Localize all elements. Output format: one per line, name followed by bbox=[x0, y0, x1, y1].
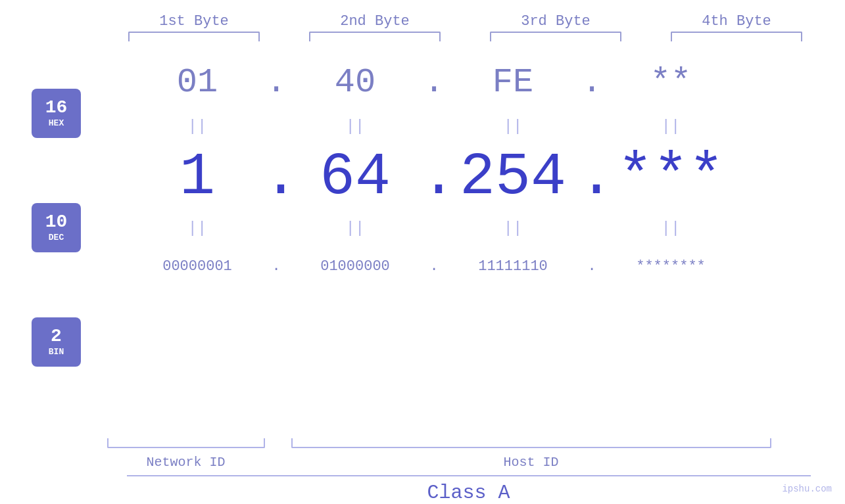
bin-byte1: 00000001 bbox=[132, 258, 263, 275]
bracket-byte2 bbox=[309, 32, 441, 41]
main-container: 1st Byte 2nd Byte 3rd Byte 4th Byte 16 H… bbox=[0, 0, 845, 504]
hex-badge-num: 16 bbox=[45, 98, 68, 118]
equals1-b3: || bbox=[447, 118, 579, 135]
dec-badge-label: DEC bbox=[49, 233, 64, 242]
hex-dot1: . bbox=[263, 63, 289, 102]
class-bracket-line bbox=[127, 475, 811, 476]
host-id-bracket bbox=[291, 438, 771, 448]
equals2-b3: || bbox=[447, 219, 579, 237]
host-id-label: Host ID bbox=[291, 455, 771, 470]
equals1-b4: || bbox=[605, 118, 736, 135]
equals2-b1: || bbox=[132, 219, 263, 237]
byte1-header: 1st Byte bbox=[128, 13, 260, 30]
network-id-label: Network ID bbox=[107, 455, 265, 470]
id-labels-row: Network ID Host ID bbox=[107, 455, 831, 470]
bin-row: 00000001 . 01000000 . 11111110 . *******… bbox=[92, 240, 838, 292]
top-brackets bbox=[104, 30, 827, 43]
bin-dot2: . bbox=[421, 258, 447, 275]
dec-dot2: . bbox=[421, 144, 447, 211]
bracket-byte3 bbox=[490, 32, 621, 41]
badges-column: 16 HEX 10 DEC 2 BIN bbox=[0, 49, 92, 438]
bin-badge-label: BIN bbox=[49, 347, 64, 357]
bin-badge: 2 BIN bbox=[32, 317, 81, 367]
dec-dot3: . bbox=[579, 144, 605, 211]
hex-byte1: 01 bbox=[132, 63, 263, 102]
bracket-byte4 bbox=[671, 32, 802, 41]
hex-badge-label: HEX bbox=[49, 118, 64, 128]
hex-row: 01 . 40 . FE . ** bbox=[92, 49, 838, 115]
dec-dot1: . bbox=[263, 144, 289, 211]
hex-dot2: . bbox=[421, 63, 447, 102]
class-label-row: Class A bbox=[127, 482, 811, 504]
byte3-header: 3rd Byte bbox=[490, 13, 621, 30]
dec-badge-num: 10 bbox=[45, 212, 68, 233]
dec-byte2: 64 bbox=[289, 144, 421, 211]
equals-row2: || || || || bbox=[92, 217, 838, 240]
bin-byte4: ******** bbox=[605, 258, 736, 275]
byte4-header: 4th Byte bbox=[671, 13, 802, 30]
equals-row1: || || || || bbox=[92, 115, 838, 138]
bin-byte2: 01000000 bbox=[289, 258, 421, 275]
content-area: 16 HEX 10 DEC 2 BIN 01 . 40 . FE . ** bbox=[0, 49, 845, 438]
dec-row: 1 . 64 . 254 . *** bbox=[92, 138, 838, 217]
bin-dot1: . bbox=[263, 258, 289, 275]
hex-badge: 16 HEX bbox=[32, 89, 81, 138]
byte-headers: 1st Byte 2nd Byte 3rd Byte 4th Byte bbox=[104, 13, 827, 30]
bin-badge-num: 2 bbox=[51, 327, 62, 347]
bin-dot3: . bbox=[579, 258, 605, 275]
hex-byte4: ** bbox=[605, 63, 736, 102]
hex-byte3: FE bbox=[447, 63, 579, 102]
bottom-brackets bbox=[107, 438, 831, 451]
dec-byte4: *** bbox=[605, 144, 736, 211]
equals2-b2: || bbox=[289, 219, 421, 237]
network-id-bracket bbox=[107, 438, 265, 448]
bracket-byte1 bbox=[128, 32, 260, 41]
byte2-header: 2nd Byte bbox=[309, 13, 441, 30]
equals1-b1: || bbox=[132, 118, 263, 135]
dec-byte1: 1 bbox=[132, 144, 263, 211]
class-label: Class A bbox=[427, 482, 510, 504]
class-bracket-area: Class A bbox=[127, 475, 811, 504]
bin-byte3: 11111110 bbox=[447, 258, 579, 275]
watermark: ipshu.com bbox=[782, 484, 832, 494]
hex-byte2: 40 bbox=[289, 63, 421, 102]
dec-byte3: 254 bbox=[447, 144, 579, 211]
equals2-b4: || bbox=[605, 219, 736, 237]
values-area: 01 . 40 . FE . ** || || || || 1 . bbox=[92, 49, 845, 438]
equals1-b2: || bbox=[289, 118, 421, 135]
hex-dot3: . bbox=[579, 63, 605, 102]
dec-badge: 10 DEC bbox=[32, 203, 81, 252]
